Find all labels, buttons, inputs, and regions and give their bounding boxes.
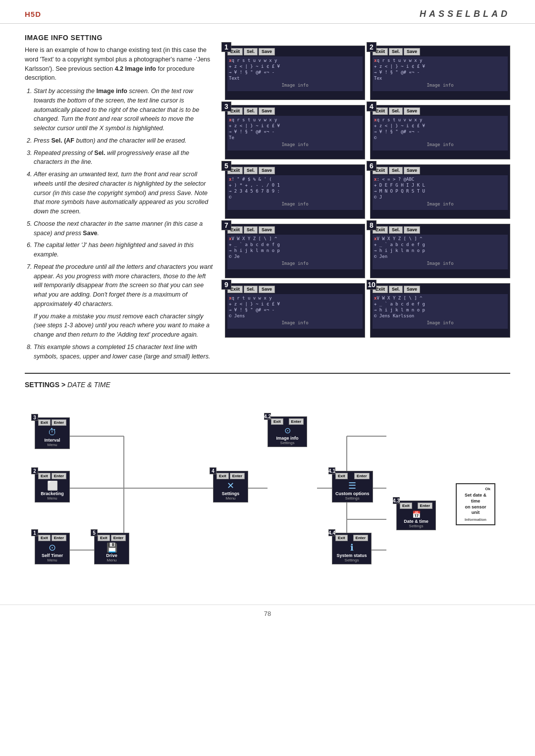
- node-drive: 5 Exit Enter 💾 Drive Menu: [94, 533, 129, 564]
- node-self-timer-sublabel: Menu: [48, 558, 57, 562]
- panels-column: 1ExiitSel.Savex q r s t u v w x y+ z < |…: [225, 46, 510, 364]
- node-custom-exit: Exit: [335, 473, 348, 479]
- screen-panel-7: 7ExiitSel.Savex V W X Y Z [ \ ] ^+ _ ` a…: [225, 224, 365, 278]
- panel-content-9: x V W X Y Z [ \ ] ^+ _ ` a b c d e f g→ …: [373, 294, 508, 329]
- node-interval-icon: ⏱: [48, 428, 57, 437]
- section-divider: [25, 373, 510, 374]
- panel-number-9: 10: [367, 280, 376, 290]
- panel-row-9-0: x V W X Y Z [ \ ] ^: [374, 295, 506, 301]
- node-system-sublabel: Settings: [345, 558, 359, 562]
- panel-toolbar-1: ExiitSel.Save: [373, 48, 508, 55]
- panel-row-4-3: ©: [229, 194, 361, 200]
- panel-row-3-1: + z < | } ~ i ¢ £ ¥: [374, 123, 506, 129]
- node-bracketing-icon: ⬜: [47, 481, 58, 490]
- panel-number-2: 3: [221, 101, 231, 111]
- page-content: IMAGE INFO SETTING Here is an example of…: [0, 24, 535, 600]
- screen-panel-3: 3ExiitSel.Savex q r s t u v w x y+ z < |…: [225, 105, 365, 159]
- panel-content-6: x V W X Y Z [ \ ] ^+ _ ` a b c d e f g→ …: [227, 235, 363, 269]
- panel-content-5: x : < = > ? @ABC+ D E F G H I J K L→ M N…: [373, 175, 508, 210]
- panel-btn-sel.: Sel.: [244, 226, 258, 234]
- image-info-title: IMAGE INFO SETTING: [25, 34, 510, 42]
- panel-number-0: 1: [221, 42, 231, 52]
- row-text-last: © Jens: [229, 313, 245, 319]
- node-settings-icon: ✕: [227, 481, 234, 490]
- panel-row-7-0: x V W X Y Z [ \ ] ^: [374, 236, 506, 242]
- panel-bottom-7: Image info: [374, 260, 506, 266]
- panel-toolbar-0: ExiitSel.Save: [227, 48, 363, 55]
- screen-panel-1: 1ExiitSel.Savex q r s t u v w x y+ z < |…: [225, 46, 365, 100]
- panel-bottom-4: Image info: [229, 201, 361, 207]
- menu-diagram: 3 Exit Enter ⏱ Interval Menu 2 Exit Ent: [25, 397, 510, 580]
- panel-btn-save: Save: [259, 107, 275, 115]
- panel-row-8-1: + z < | } ~ i ¢ £ ¥: [229, 301, 361, 307]
- panel-row-3-2: → ¥ ! § " @# «¬ -: [374, 129, 506, 135]
- node-system-status: 4.4 Exit Enter ℹ System status Settings: [332, 533, 372, 564]
- panel-number-8: 9: [221, 280, 231, 290]
- screen-panel-2: 2ExiitSel.Savex q r s t u v w x y+ z < |…: [370, 46, 510, 100]
- screen-panel-6: 6ExiitSel.Savex : < = > ? @ABC+ D E F G …: [370, 164, 510, 219]
- settings-section: SETTINGS > DATE & TIME: [25, 381, 510, 590]
- panel-content-3: x q r s t u v w x y+ z < | } ~ i ¢ £ ¥→ …: [373, 116, 508, 151]
- panel-btn-sel.: Sel.: [244, 107, 258, 115]
- text-column: Here is an example of how to change exis…: [25, 46, 213, 364]
- node-image-info-icon: ⊙: [284, 427, 291, 435]
- panel-row-5-3: © J: [374, 194, 506, 200]
- panel-content-7: x V W X Y Z [ \ ] ^+ _ ` a b c d e f g→ …: [373, 235, 508, 269]
- panel-btn-sel.: Sel.: [244, 286, 258, 293]
- node-drive-sublabel: Menu: [107, 558, 117, 562]
- brand-right: HASSELBLAD: [420, 9, 510, 19]
- panel-row-2-0: x q r s t u v w x y: [229, 117, 361, 123]
- panel-bottom-3: Image info: [374, 142, 506, 148]
- row-text-last: Text: [229, 75, 240, 81]
- node-settings-sublabel: Menu: [226, 496, 236, 501]
- node-drive-icon: 💾: [107, 543, 117, 552]
- panel-toolbar-6: ExiitSel.Save: [227, 226, 363, 234]
- panel-content-2: x q r s t u v w x y+ z < | } ~ i ¢ £ ¥→ …: [227, 116, 363, 151]
- node-interval-enter: Enter: [52, 419, 66, 426]
- panel-row-7-2: → h i j k l m n o p: [374, 248, 506, 253]
- panel-row-4-1: + ) * + , - . / 0 1: [229, 182, 361, 188]
- node-bracketing-enter: Enter: [52, 473, 66, 479]
- node-drive-exit: Exit: [98, 535, 110, 541]
- settings-title: SETTINGS > DATE & TIME: [25, 381, 510, 389]
- panel-btn-sel.: Sel.: [389, 107, 403, 115]
- panel-btn-save: Save: [259, 286, 275, 293]
- panel-bottom-5: Image info: [374, 201, 506, 207]
- row-text-last: © Je: [229, 253, 240, 259]
- node-image-info-exit: Exit: [271, 418, 283, 425]
- node-date-label: Date & time: [404, 519, 428, 524]
- panel-row-3-0: x q r s t u v w x y: [374, 117, 506, 123]
- panel-toolbar-3: ExiitSel.Save: [373, 107, 508, 115]
- panel-btn-sel.: Sel.: [389, 167, 403, 174]
- node-bracketing: 2 Exit Enter ⬜ Bracketing Menu: [35, 471, 70, 503]
- panel-row-0-2: → ¥ ! § " @# «¬ -: [229, 69, 361, 75]
- panel-btn-save: Save: [404, 167, 420, 174]
- screen-panel-8: 8ExiitSel.Savex V W X Y Z [ \ ] ^+ _ ` a…: [370, 224, 510, 278]
- node-system-exit: Exit: [335, 535, 348, 541]
- panel-content-4: x ! " # $ % & ' (+ ) * + , - . / 0 1→ 2 …: [227, 175, 363, 210]
- node-self-timer: 1 Exit Enter ⊙ Self Timer Menu: [35, 533, 70, 564]
- row-text: V W X Y Z [ \ ] ^: [231, 236, 277, 242]
- row-text: q r s t u v w x y: [376, 57, 422, 63]
- row-text: ! " # $ % & ' (: [231, 176, 271, 182]
- panel-row-3-3: ©: [374, 135, 506, 141]
- brand-left: H5D: [25, 10, 41, 18]
- panel-row-2-3: Te: [229, 135, 361, 141]
- node-date-time: 4.3 Exit Enter 📅 Date & time Settings: [396, 501, 436, 530]
- node-date-sublabel: Settings: [409, 524, 424, 528]
- panel-number-4: 5: [221, 161, 231, 171]
- node-image-info: 4.2 Exit Enter ⊙ Image info Settings: [268, 416, 307, 447]
- screen-panel-5: 5ExiitSel.Savex ! " # $ % & ' (+ ) * + ,…: [225, 164, 365, 219]
- panel-row-5-0: x : < = > ? @ABC: [374, 176, 506, 182]
- screen-panel-10: 10ExiitSel.Savex V W X Y Z [ \ ] ^+ _ ` …: [370, 283, 510, 338]
- row-text: q r s t u v w x y: [231, 117, 277, 123]
- node-bracketing-exit: Exit: [38, 473, 51, 479]
- panel-row-2-2: → ¥ ! § " @# «¬ -: [229, 129, 361, 135]
- panel-content-8: x q r t u v w x y+ z < | } ~ i ¢ £ ¥→ ¥ …: [227, 294, 363, 329]
- panel-btn-save: Save: [404, 286, 420, 293]
- row-text: V W X Y Z [ \ ] ^: [376, 236, 422, 242]
- node-interval-label: Interval: [45, 438, 60, 443]
- node-self-timer-label: Self Timer: [42, 553, 63, 558]
- panel-content-0: x q r s t u v w x y+ z < | } ~ i ¢ £ ¥→ …: [227, 56, 363, 91]
- node-image-info-enter: Enter: [289, 418, 304, 425]
